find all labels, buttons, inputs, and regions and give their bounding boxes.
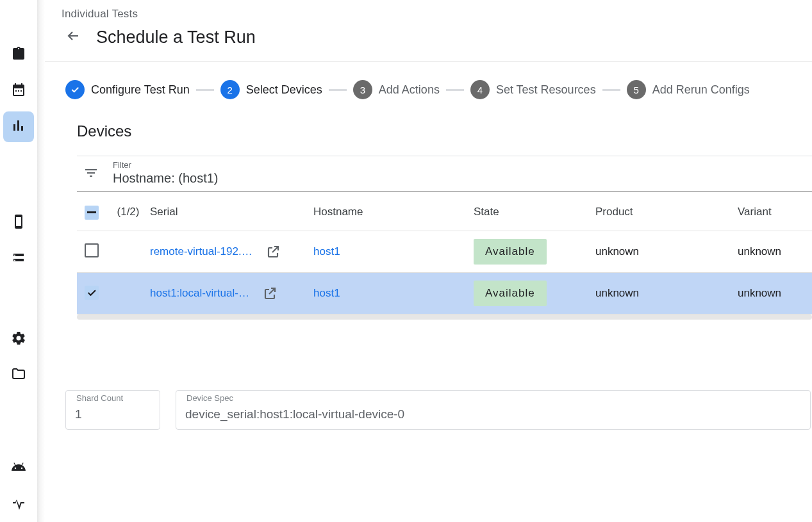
arrow-left-icon [65,28,81,46]
row-checkbox[interactable] [85,243,99,257]
step-label: Select Devices [246,83,322,97]
step-connector [602,89,620,91]
sidebar-item-calendar[interactable] [3,76,34,106]
row-checkbox[interactable] [85,286,99,300]
folder-icon [11,366,26,384]
devices-table: (1/2) Serial Hostname State Product Vari… [77,193,812,314]
step-number: 3 [353,80,372,99]
android-icon [11,459,26,477]
sidebar-item-storage[interactable] [3,243,34,274]
step-add-actions[interactable]: 3 Add Actions [353,80,440,99]
col-hostname[interactable]: Hostname [311,198,471,226]
state-badge: Available [474,281,547,306]
hostname-link[interactable]: host1 [313,287,340,299]
sidebar-item-android[interactable] [3,453,34,484]
sidebar [0,0,37,522]
stepper: Configure Test Run 2 Select Devices 3 Ad… [45,62,812,117]
sidebar-item-health[interactable] [3,489,34,519]
step-label: Add Actions [379,83,440,97]
state-badge: Available [474,239,547,265]
sidebar-item-analytics[interactable] [3,111,34,142]
hostname-link[interactable]: host1 [313,245,340,257]
title-row: Schedule a Test Run [62,24,812,50]
variant-cell: unknown [735,238,812,266]
filter-bar[interactable]: Filter Hostname: (host1) [77,156,812,192]
step-label: Configure Test Run [91,83,190,97]
header: Individual Tests Schedule a Test Run [45,0,812,62]
col-state[interactable]: State [471,198,593,226]
breadcrumb: Individual Tests [62,8,812,20]
horizontal-scrollbar[interactable] [77,314,812,320]
step-connector [196,89,214,91]
table-row[interactable]: remote-virtual-192.… host1 Available unk… [77,231,812,273]
serial-link[interactable]: remote-virtual-192.… [150,245,253,258]
step-number: 4 [470,80,490,99]
filter-label: Filter [113,160,219,170]
step-done-icon [65,80,85,99]
filter-value[interactable]: Hostname: (host1) [113,171,219,186]
heartbeat-icon [11,495,26,513]
sidebar-item-clipboard[interactable] [3,40,34,70]
step-select-devices[interactable]: 2 Select Devices [220,80,322,99]
step-set-test-resources[interactable]: 4 Set Test Resources [470,80,596,99]
vertical-divider [37,0,45,522]
storage-icon [11,250,26,268]
field-label: Shard Count [72,393,127,403]
serial-link[interactable]: host1:local-virtual-… [150,287,249,300]
open-external-icon[interactable] [263,241,283,262]
gear-icon [11,330,26,348]
table-row[interactable]: host1:local-virtual-… host1 Available un… [77,273,812,314]
step-label: Set Test Resources [496,83,596,97]
device-spec-field[interactable]: Device Spec device_serial:host1:local-vi… [176,390,811,430]
variant-cell: unknown [735,279,812,307]
step-configure-test-run[interactable]: Configure Test Run [65,80,190,99]
phone-icon [11,214,26,232]
product-cell: unknown [593,238,735,266]
calendar-icon [11,82,26,100]
filter-field: Filter Hostname: (host1) [113,160,219,186]
col-serial[interactable]: Serial [147,198,311,226]
back-button[interactable] [60,24,86,50]
shard-count-field[interactable]: Shard Count 1 [65,390,160,430]
col-product[interactable]: Product [593,198,735,226]
selection-count: (1/2) [109,198,147,226]
step-number: 2 [220,80,240,99]
bar-chart-icon [11,118,26,136]
devices-section-title: Devices [65,117,812,156]
step-connector [329,89,347,91]
step-connector [446,89,464,91]
select-all-checkbox[interactable] [85,206,99,220]
sidebar-item-settings[interactable] [3,324,34,355]
field-label: Device Spec [183,393,237,403]
step-number: 5 [627,80,646,99]
sidebar-item-folder[interactable] [3,360,34,391]
product-cell: unknown [593,279,735,307]
step-add-rerun-configs[interactable]: 5 Add Rerun Configs [627,80,750,99]
clipboard-icon [11,46,26,64]
field-value[interactable]: device_serial:host1:local-virtual-device… [185,407,801,421]
col-variant[interactable]: Variant [735,198,812,226]
table-header-row: (1/2) Serial Hostname State Product Vari… [77,193,812,231]
sidebar-item-phone[interactable] [3,208,34,238]
step-label: Add Rerun Configs [652,83,750,97]
filter-icon [83,165,99,181]
page-title: Schedule a Test Run [96,28,256,47]
open-external-icon[interactable] [260,283,280,304]
field-value[interactable]: 1 [75,407,151,421]
